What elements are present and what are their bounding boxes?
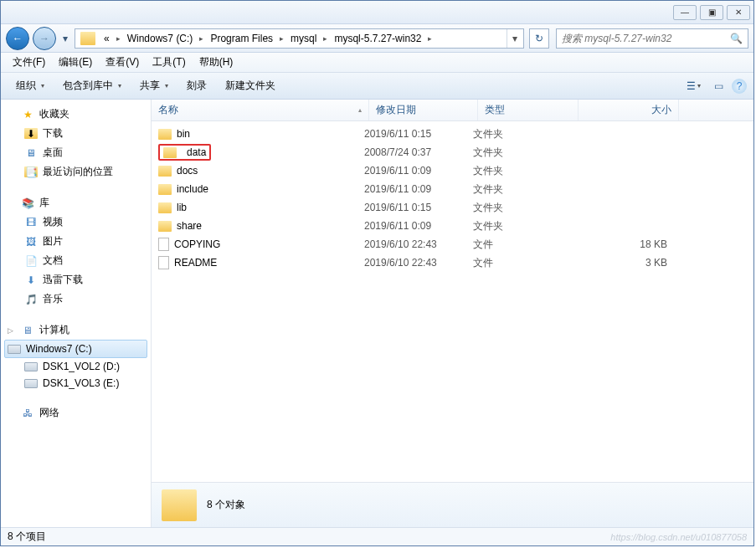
search-icon[interactable]: 🔍 bbox=[730, 33, 743, 44]
search-input[interactable] bbox=[562, 33, 730, 44]
organize-button[interactable]: 组织▾ bbox=[8, 75, 53, 96]
file-type: 文件夹 bbox=[473, 201, 573, 215]
breadcrumb[interactable]: Program Files bbox=[205, 29, 278, 48]
minimize-button[interactable]: — bbox=[673, 5, 697, 20]
sidebar-item[interactable]: ⬇下载 bbox=[1, 124, 151, 143]
share-button[interactable]: 共享▾ bbox=[131, 75, 177, 96]
sidebar-label: 收藏夹 bbox=[39, 107, 69, 121]
forward-button[interactable]: → bbox=[33, 27, 56, 50]
refresh-button[interactable]: ↻ bbox=[529, 28, 549, 49]
search-box[interactable]: 🔍 bbox=[556, 28, 748, 49]
nav-history-dropdown[interactable]: ▾ bbox=[59, 30, 71, 47]
menu-tools[interactable]: 工具(T) bbox=[146, 54, 192, 71]
menu-view[interactable]: 查看(V) bbox=[99, 54, 146, 71]
burn-button[interactable]: 刻录 bbox=[178, 75, 215, 96]
preview-pane-button[interactable]: ▭ bbox=[707, 77, 730, 95]
column-size[interactable]: 大小 bbox=[579, 100, 679, 120]
sidebar-item[interactable]: 🎵音乐 bbox=[1, 289, 151, 309]
file-name: COPYING bbox=[174, 238, 220, 250]
folder-icon bbox=[158, 129, 172, 140]
favorites-group: ★收藏夹 ⬇下载🖥桌面📑最近访问的位置 bbox=[1, 105, 151, 182]
help-button[interactable]: ? bbox=[732, 79, 747, 94]
views-button[interactable]: ☰▾ bbox=[681, 77, 705, 95]
file-row[interactable]: README2019/6/10 22:43文件3 KB bbox=[152, 254, 753, 272]
folder-icon bbox=[158, 202, 172, 213]
file-date: 2019/6/11 0:09 bbox=[364, 165, 473, 177]
sidebar-item-icon: ⬇ bbox=[24, 274, 38, 287]
file-row[interactable]: bin2019/6/11 0:15文件夹 bbox=[152, 125, 753, 143]
column-name[interactable]: 名称▴ bbox=[152, 100, 369, 120]
chevron-right-icon[interactable]: ▸ bbox=[426, 34, 434, 43]
file-row[interactable]: COPYING2019/6/10 22:43文件18 KB bbox=[152, 235, 753, 254]
chevron-down-icon: ▾ bbox=[165, 82, 168, 90]
sidebar-item-label: 视频 bbox=[43, 215, 63, 229]
column-headers: 名称▴ 修改日期 类型 大小 bbox=[152, 100, 753, 121]
back-button[interactable]: ← bbox=[6, 27, 29, 50]
folder-icon bbox=[158, 166, 172, 177]
sidebar-item-icon bbox=[24, 362, 38, 371]
breadcrumb[interactable]: Windows7 (C:) bbox=[122, 29, 198, 48]
sidebar-item[interactable]: Windows7 (C:) bbox=[4, 340, 147, 358]
breadcrumb[interactable]: « bbox=[99, 29, 115, 48]
sidebar-item[interactable]: 🖼图片 bbox=[1, 232, 151, 251]
breadcrumb[interactable]: mysql bbox=[285, 29, 321, 48]
sidebar-item-label: 下载 bbox=[43, 126, 63, 141]
sidebar-item[interactable]: 📄文档 bbox=[1, 251, 151, 270]
sidebar-item-label: 音乐 bbox=[43, 292, 63, 306]
sidebar-item-icon: 🖥 bbox=[24, 146, 38, 160]
sidebar-item[interactable]: DSK1_VOL2 (D:) bbox=[1, 358, 151, 375]
menu-help[interactable]: 帮助(H) bbox=[193, 54, 240, 71]
breadcrumb[interactable]: mysql-5.7.27-win32 bbox=[329, 29, 426, 48]
libraries-group: 📚库 🎞视频🖼图片📄文档⬇迅雷下载🎵音乐 bbox=[1, 193, 151, 309]
file-row[interactable]: share2019/6/11 0:09文件夹 bbox=[152, 217, 753, 235]
file-type: 文件夹 bbox=[473, 219, 573, 233]
file-name: include bbox=[177, 183, 208, 195]
include-library-button[interactable]: 包含到库中▾ bbox=[54, 75, 130, 96]
chevron-right-icon[interactable]: ▸ bbox=[278, 34, 285, 43]
sidebar-item[interactable]: ⬇迅雷下载 bbox=[1, 270, 151, 289]
file-list: bin2019/6/11 0:15文件夹data2008/7/24 0:37文件… bbox=[152, 121, 753, 482]
menu-edit[interactable]: 编辑(E) bbox=[52, 54, 99, 71]
file-type: 文件 bbox=[473, 256, 573, 270]
chevron-right-icon[interactable]: ▸ bbox=[115, 34, 122, 43]
column-type[interactable]: 类型 bbox=[478, 100, 579, 120]
sidebar-item[interactable]: 📑最近访问的位置 bbox=[1, 162, 151, 182]
sidebar-item-icon: 📑 bbox=[24, 166, 38, 177]
file-size: 18 KB bbox=[573, 238, 667, 250]
maximize-button[interactable]: ▣ bbox=[700, 5, 723, 20]
explorer-window: — ▣ ✕ ← → ▾ «▸ Windows7 (C:)▸ Program Fi… bbox=[0, 0, 754, 546]
chevron-right-icon[interactable]: ▸ bbox=[321, 34, 329, 43]
menubar: 文件(F) 编辑(E) 查看(V) 工具(T) 帮助(H) bbox=[1, 53, 753, 73]
sidebar: ★收藏夹 ⬇下载🖥桌面📑最近访问的位置 📚库 🎞视频🖼图片📄文档⬇迅雷下载🎵音乐… bbox=[1, 100, 152, 527]
menu-file[interactable]: 文件(F) bbox=[6, 54, 52, 71]
address-bar[interactable]: «▸ Windows7 (C:)▸ Program Files▸ mysql▸ … bbox=[75, 28, 524, 49]
file-row[interactable]: lib2019/6/11 0:15文件夹 bbox=[152, 198, 753, 217]
address-dropdown[interactable]: ▾ bbox=[507, 29, 522, 48]
file-row[interactable]: data2008/7/24 0:37文件夹 bbox=[152, 143, 753, 161]
star-icon: ★ bbox=[21, 108, 34, 121]
file-row[interactable]: docs2019/6/11 0:09文件夹 bbox=[152, 161, 753, 180]
file-name: share bbox=[177, 220, 202, 232]
file-row[interactable]: include2019/6/11 0:09文件夹 bbox=[152, 180, 753, 198]
column-date[interactable]: 修改日期 bbox=[369, 100, 478, 120]
new-folder-button[interactable]: 新建文件夹 bbox=[217, 75, 284, 96]
favorites-header[interactable]: ★收藏夹 bbox=[1, 105, 151, 124]
sidebar-item[interactable]: 🖥桌面 bbox=[1, 143, 151, 162]
close-button[interactable]: ✕ bbox=[727, 5, 750, 20]
file-name: lib bbox=[177, 202, 187, 213]
chevron-right-icon[interactable]: ▸ bbox=[198, 34, 205, 43]
file-icon bbox=[158, 238, 169, 251]
sidebar-item[interactable]: DSK1_VOL3 (E:) bbox=[1, 375, 151, 392]
sidebar-item-label: Windows7 (C:) bbox=[26, 343, 92, 355]
sidebar-item[interactable]: 🎞视频 bbox=[1, 213, 151, 232]
file-date: 2019/6/11 0:09 bbox=[364, 183, 473, 195]
details-text: 8 个对象 bbox=[207, 498, 245, 512]
file-date: 2019/6/11 0:15 bbox=[364, 202, 473, 213]
computer-icon: 🖥 bbox=[21, 324, 34, 337]
watermark: https://blog.csdn.net/u010877058 bbox=[610, 532, 747, 542]
sidebar-item-label: 最近访问的位置 bbox=[43, 165, 113, 179]
network-header[interactable]: 🖧网络 bbox=[1, 403, 151, 423]
computer-header[interactable]: ▷🖥计算机 bbox=[1, 320, 151, 340]
status-text: 8 个项目 bbox=[8, 530, 46, 544]
libraries-header[interactable]: 📚库 bbox=[1, 193, 151, 213]
